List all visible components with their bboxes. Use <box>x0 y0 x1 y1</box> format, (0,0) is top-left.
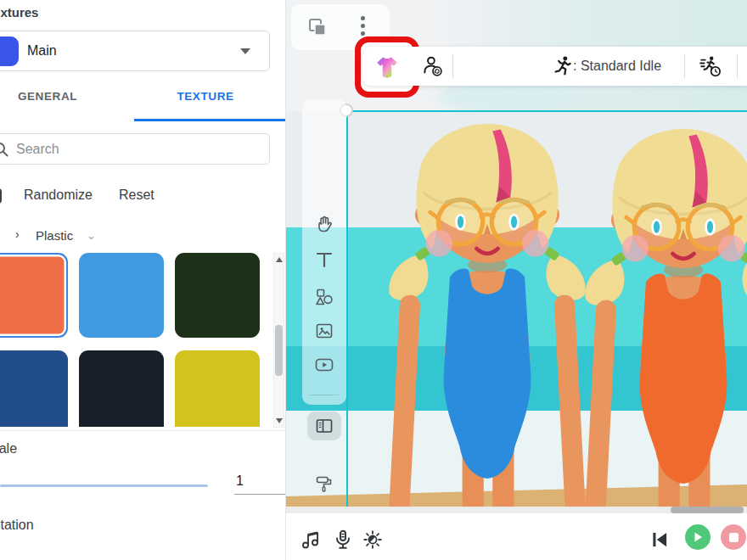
panel-title: Textures <box>0 5 38 20</box>
music-icon <box>299 528 323 552</box>
side-panel-icon <box>314 416 334 436</box>
texture-swatch-orange[interactable] <box>0 253 68 338</box>
play-icon <box>692 531 704 543</box>
animation-speed-icon <box>699 55 722 78</box>
skip-to-start-icon <box>649 529 671 551</box>
divider <box>737 54 738 78</box>
search-box <box>0 133 270 165</box>
scene-frame-top-edge <box>346 110 747 112</box>
scale-value-input[interactable] <box>234 473 285 495</box>
material-group-label: Plastic <box>36 228 73 243</box>
animation-name-label: : Standard Idle <box>573 47 661 86</box>
hand-icon <box>314 214 334 234</box>
divider <box>310 395 339 395</box>
scrollbar-thumb[interactable] <box>671 507 744 513</box>
search-icon <box>0 141 9 158</box>
panel-tool[interactable] <box>307 412 341 440</box>
image-icon <box>314 321 334 341</box>
character-swap-icon <box>420 54 444 78</box>
scroll-up-arrow[interactable] <box>276 257 283 262</box>
microphone-button[interactable] <box>329 525 357 554</box>
texture-swatch-yellow[interactable] <box>175 350 260 427</box>
running-person-icon <box>552 55 574 77</box>
video-tool[interactable] <box>307 350 341 379</box>
texture-panel: Textures Main GENERAL TEXTURE Randomize … <box>0 0 286 560</box>
layer-color-swatch <box>0 36 19 66</box>
character-girl-blue[interactable] <box>388 124 586 542</box>
scrollbar-thumb[interactable] <box>275 325 283 376</box>
tab-texture[interactable]: TEXTURE <box>161 90 250 103</box>
character-girl-orange[interactable] <box>584 129 747 547</box>
text-tool[interactable] <box>307 245 341 274</box>
scene-viewport: : Standard Idle <box>286 0 747 560</box>
character-swap-button[interactable] <box>415 47 449 86</box>
shapes-tool[interactable] <box>307 283 341 311</box>
timeline-scrollbar[interactable] <box>286 507 747 513</box>
brightness-icon <box>362 529 384 551</box>
chevron-down-icon <box>240 48 250 54</box>
brightness-button[interactable] <box>358 525 387 554</box>
layer-dropdown-value: Main <box>27 43 57 59</box>
tab-general[interactable]: GENERAL <box>8 90 87 103</box>
search-input[interactable] <box>14 137 261 160</box>
scroll-down-arrow[interactable] <box>276 418 283 423</box>
play-button[interactable] <box>685 524 710 550</box>
randomize-button[interactable]: Randomize <box>24 188 93 203</box>
music-button[interactable] <box>296 525 325 554</box>
reset-button[interactable]: Reset <box>119 188 154 203</box>
video-play-icon <box>314 355 334 375</box>
chevron-down-icon[interactable]: ⌄ <box>87 229 96 242</box>
pan-hand-tool[interactable] <box>307 210 341 238</box>
paint-roller-icon <box>314 473 334 494</box>
shapes-icon <box>314 287 334 307</box>
texture-swatch-dark-scratched[interactable] <box>79 350 164 427</box>
scene-toolbar: : Standard Idle <box>362 47 747 86</box>
image-tool[interactable] <box>307 316 341 345</box>
divider <box>684 54 685 78</box>
texture-swatch-navy[interactable] <box>0 350 68 427</box>
canvas-tool-palette <box>302 99 346 405</box>
scale-slider[interactable] <box>0 484 208 487</box>
layer-dropdown[interactable]: Main <box>0 31 270 71</box>
stop-icon <box>728 532 739 543</box>
stop-button[interactable] <box>721 524 746 550</box>
active-tab-indicator <box>134 119 286 121</box>
paint-roller-tool[interactable] <box>307 469 341 498</box>
scale-label: Scale <box>0 441 17 456</box>
microphone-icon <box>332 529 354 551</box>
texture-swatch-grid <box>0 253 260 427</box>
texture-swatch-blue[interactable] <box>79 253 164 338</box>
texture-swatch-dark-green[interactable] <box>175 253 260 338</box>
skip-to-start-button[interactable] <box>645 525 674 554</box>
text-icon <box>314 249 334 270</box>
rotation-label: Rotation <box>0 518 34 533</box>
divider <box>452 54 453 78</box>
swatch-scrollbar[interactable] <box>273 253 284 428</box>
randomize-icon <box>0 188 2 204</box>
chevron-right-icon[interactable]: › <box>15 227 20 241</box>
scene-frame-left-edge <box>346 110 348 509</box>
animation-speed-button[interactable] <box>694 47 727 86</box>
divider <box>0 430 286 431</box>
bottom-bar <box>286 513 747 560</box>
